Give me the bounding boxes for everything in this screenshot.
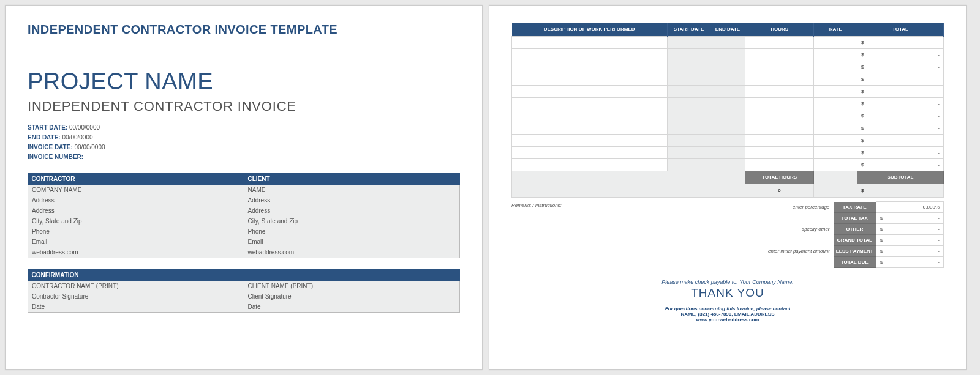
total-hours-label: TOTAL HOURS: [745, 171, 814, 184]
contractor-header: CONTRACTOR: [28, 173, 244, 185]
work-rate-cell: [814, 86, 858, 98]
work-start-cell: [667, 147, 710, 159]
work-hours-cell: [745, 49, 814, 61]
work-desc-cell: [512, 110, 668, 122]
work-end-cell: [710, 49, 745, 61]
client-cell: Address: [244, 206, 460, 216]
payable-text: Please make check payable to: Your Compa…: [511, 279, 944, 285]
remarks-label: Remarks / Instructions:: [511, 201, 723, 268]
less-hint: enter initial payment amount: [723, 245, 834, 256]
grand-total-label: GRAND TOTAL: [834, 234, 876, 245]
work-end-cell: [710, 135, 745, 147]
col-hours: HOURS: [745, 23, 814, 37]
other-hint: specify other: [723, 223, 834, 234]
other-label: OTHER: [834, 223, 876, 234]
total-tax-value: $-: [876, 212, 944, 223]
work-desc-cell: [512, 122, 668, 135]
contractor-cell: webaddress.com: [28, 247, 244, 258]
work-desc-cell: [512, 86, 668, 98]
work-rate-cell: [814, 122, 858, 135]
work-hours-cell: [745, 147, 814, 159]
work-total-cell: $-: [857, 135, 943, 147]
work-desc-cell: [512, 61, 668, 73]
invoice-subtitle: INDEPENDENT CONTRACTOR INVOICE: [28, 98, 460, 114]
client-cell: NAME: [244, 185, 460, 195]
confirm-contractor-cell: Date: [28, 302, 244, 313]
work-end-cell: [710, 159, 745, 171]
work-total-cell: $-: [857, 147, 943, 159]
meta-block: START DATE: 00/00/0000 END DATE: 00/00/0…: [28, 123, 460, 162]
confirm-contractor-cell: Contractor Signature: [28, 291, 244, 302]
invoice-number-label: INVOICE NUMBER:: [28, 154, 83, 160]
work-start-cell: [667, 37, 710, 49]
contractor-cell: Phone: [28, 226, 244, 237]
contractor-cell: COMPANY NAME: [28, 185, 244, 195]
end-date-label: END DATE:: [28, 134, 61, 141]
work-hours-cell: [745, 61, 814, 73]
work-hours-cell: [745, 37, 814, 49]
total-tax-label: TOTAL TAX: [834, 212, 876, 223]
contact-text: NAME, (321) 456-7890, EMAIL ADDRESS: [511, 311, 944, 317]
contractor-cell: City, State and Zip: [28, 216, 244, 226]
client-cell: webaddress.com: [244, 247, 460, 258]
confirm-contractor-cell: CONTRACTOR NAME (PRINT): [28, 281, 244, 291]
work-start-cell: [667, 159, 710, 171]
confirmation-table: CONFIRMATION CONTRACTOR NAME (PRINT)CLIE…: [28, 269, 460, 313]
subtotal-value: $-: [857, 184, 943, 198]
work-total-cell: $-: [857, 98, 943, 110]
work-total-cell: $-: [857, 86, 943, 98]
work-rate-cell: [814, 49, 858, 61]
project-name: PROJECT NAME: [28, 69, 460, 95]
work-hours-cell: [745, 110, 814, 122]
work-start-cell: [667, 49, 710, 61]
work-rate-cell: [814, 110, 858, 122]
work-rate-cell: [814, 73, 858, 86]
col-description: DESCRIPTION OF WORK PERFORMED: [512, 23, 668, 37]
work-end-cell: [710, 73, 745, 86]
work-desc-cell: [512, 73, 668, 86]
work-end-cell: [710, 98, 745, 110]
col-rate: RATE: [814, 23, 858, 37]
questions-text: For questions concerning this invoice, p…: [511, 306, 944, 311]
work-hours-cell: [745, 86, 814, 98]
work-hours-cell: [745, 98, 814, 110]
total-due-value: $-: [876, 256, 944, 267]
tax-rate-label: TAX RATE: [834, 202, 876, 213]
contractor-cell: Address: [28, 206, 244, 216]
client-cell: Email: [244, 237, 460, 247]
work-start-cell: [667, 86, 710, 98]
confirm-client-cell: Client Signature: [244, 291, 460, 302]
grand-total-value: $-: [876, 234, 944, 245]
work-total-cell: $-: [857, 122, 943, 135]
invoice-date-label: INVOICE DATE:: [28, 144, 73, 150]
other-value: $-: [876, 223, 944, 234]
work-start-cell: [667, 110, 710, 122]
work-rate-cell: [814, 135, 858, 147]
work-total-cell: $-: [857, 61, 943, 73]
work-hours-cell: [745, 159, 814, 171]
work-end-cell: [710, 147, 745, 159]
work-rate-cell: [814, 147, 858, 159]
work-start-cell: [667, 73, 710, 86]
work-desc-cell: [512, 98, 668, 110]
web-address: www.yourwebaddress.com: [511, 317, 944, 322]
tax-rate-value: 0.000%: [876, 202, 944, 213]
total-hours-value: 0: [745, 184, 814, 198]
work-start-cell: [667, 135, 710, 147]
less-payment-label: LESS PAYMENT: [834, 245, 876, 256]
work-end-cell: [710, 61, 745, 73]
contractor-cell: Email: [28, 237, 244, 247]
work-end-cell: [710, 86, 745, 98]
client-cell: Address: [244, 195, 460, 206]
tax-hint: enter percentage: [723, 202, 834, 213]
invoice-footer: Please make check payable to: Your Compa…: [511, 279, 944, 322]
end-date-value: 00/00/0000: [62, 134, 92, 141]
confirm-client-cell: CLIENT NAME (PRINT): [244, 281, 460, 291]
work-rate-cell: [814, 159, 858, 171]
start-date-value: 00/00/0000: [69, 124, 100, 131]
work-desc-cell: [512, 135, 668, 147]
work-end-cell: [710, 110, 745, 122]
invoice-page-1: INDEPENDENT CONTRACTOR INVOICE TEMPLATE …: [5, 5, 483, 370]
work-rate-cell: [814, 37, 858, 49]
subtotal-label: SUBTOTAL: [857, 171, 943, 184]
